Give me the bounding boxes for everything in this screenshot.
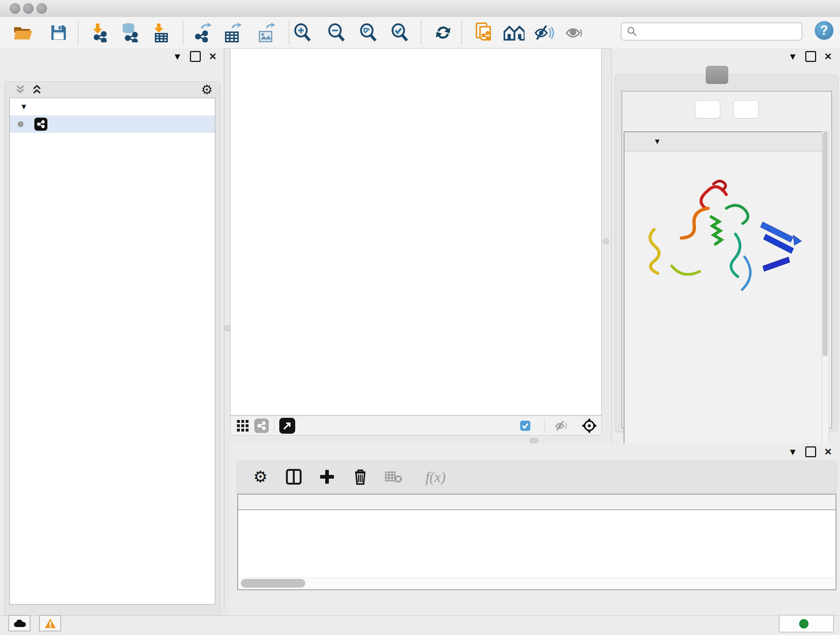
- import-network-file-icon[interactable]: [89, 22, 111, 43]
- save-session-icon[interactable]: [48, 22, 69, 43]
- close-window-button[interactable]: [10, 3, 20, 14]
- left-splitter-handle[interactable]: [224, 325, 231, 331]
- warning-status-button[interactable]: [39, 615, 61, 631]
- float-panel-icon[interactable]: ▼: [172, 52, 182, 61]
- show-columns-icon[interactable]: [284, 467, 303, 486]
- collapse-all-button[interactable]: [733, 100, 759, 119]
- cloud-status-button[interactable]: [8, 615, 30, 631]
- string-network-icon: [34, 118, 47, 131]
- collapse-all-icon[interactable]: [14, 84, 27, 95]
- network-canvas[interactable]: [230, 48, 602, 416]
- add-column-icon[interactable]: [317, 467, 336, 486]
- memory-status-dot: [799, 619, 808, 629]
- hidden-eye-icon[interactable]: [554, 420, 569, 432]
- zoom-in-icon[interactable]: [292, 22, 313, 43]
- bar-separator: [274, 419, 274, 432]
- network-icon-gray[interactable]: [254, 418, 269, 433]
- main-toolbar: ?: [0, 17, 840, 49]
- table-header-row: [238, 494, 836, 510]
- network-tree: ▼: [9, 98, 215, 605]
- open-session-icon[interactable]: [12, 22, 34, 43]
- zoom-fit-icon[interactable]: [357, 22, 379, 43]
- birdseye-view-icon[interactable]: [581, 417, 598, 434]
- protein-structure-image: [635, 157, 805, 302]
- expand-all-icon[interactable]: [31, 84, 43, 95]
- bar-separator: [545, 419, 545, 432]
- results-panel: ▼ ✕ ▼: [611, 48, 840, 443]
- show-all-networks-icon[interactable]: [503, 22, 525, 43]
- network-collection-row[interactable]: ▼: [10, 98, 215, 116]
- selected-checkbox-icon[interactable]: [520, 420, 531, 431]
- title-bar: [0, 0, 840, 17]
- string-results-container: ▼: [615, 74, 838, 432]
- close-panel-icon[interactable]: ✕: [824, 52, 832, 61]
- collection-expand-icon[interactable]: ▼: [20, 102, 28, 111]
- minimize-window-button[interactable]: [23, 3, 34, 14]
- warning-icon: [44, 618, 56, 629]
- table-panel: ▼ ✕ ⚙ f(x): [230, 443, 840, 616]
- import-table-file-icon[interactable]: [150, 22, 172, 43]
- right-splitter-handle[interactable]: [603, 238, 609, 244]
- maximize-panel-icon[interactable]: [805, 447, 816, 457]
- table-hscrollbar[interactable]: [239, 578, 835, 589]
- status-bar: [0, 616, 840, 635]
- tab-string[interactable]: [706, 66, 728, 84]
- cloud-icon: [13, 619, 26, 628]
- refresh-icon[interactable]: [432, 22, 454, 43]
- control-panel: ▼ ✕ ⚙ ▼: [0, 48, 224, 606]
- node-table: [237, 494, 836, 590]
- gene-section: ▼: [624, 131, 823, 444]
- gene-collapse-icon[interactable]: ▼: [653, 137, 661, 146]
- zoom-selected-icon[interactable]: [389, 22, 411, 43]
- export-network-icon[interactable]: [192, 22, 214, 43]
- toolbar-separator: [289, 21, 289, 44]
- search-box: [621, 22, 802, 41]
- detach-view-icon[interactable]: [279, 418, 295, 434]
- search-icon: [627, 26, 638, 37]
- import-network-database-icon[interactable]: [119, 22, 141, 43]
- copy-network-icon[interactable]: [473, 22, 495, 43]
- bottom-splitter-grip[interactable]: [530, 438, 538, 443]
- memory-button[interactable]: [779, 615, 834, 632]
- network-options-gear-icon[interactable]: ⚙: [201, 83, 213, 96]
- current-network-dot: [18, 121, 24, 127]
- zoom-window-button[interactable]: [36, 3, 47, 14]
- show-selected-icon[interactable]: [564, 22, 585, 43]
- grid-view-icon[interactable]: [236, 419, 249, 432]
- expand-all-button[interactable]: [695, 100, 720, 119]
- float-panel-icon[interactable]: ▼: [788, 52, 797, 61]
- function-builder-icon[interactable]: f(x): [417, 467, 454, 486]
- network-manager: ⚙ ▼: [4, 81, 220, 635]
- export-table-icon[interactable]: [222, 22, 244, 43]
- network-view-toolbar: [230, 416, 602, 435]
- toolbar-separator: [78, 21, 79, 44]
- delete-column-icon[interactable]: [351, 467, 370, 486]
- search-input[interactable]: [641, 26, 802, 38]
- export-image-icon[interactable]: [256, 22, 278, 43]
- float-panel-icon[interactable]: ▼: [788, 447, 797, 456]
- close-panel-icon[interactable]: ✕: [824, 447, 832, 456]
- results-scrollbar[interactable]: [822, 131, 829, 443]
- maximize-panel-icon[interactable]: [190, 51, 201, 62]
- delete-table-icon[interactable]: [384, 467, 403, 486]
- close-panel-icon[interactable]: ✕: [209, 52, 217, 61]
- help-button[interactable]: ?: [815, 21, 834, 40]
- table-options-gear-icon[interactable]: ⚙: [251, 467, 270, 486]
- toolbar-separator: [183, 21, 183, 44]
- hide-selected-icon[interactable]: [533, 22, 555, 43]
- table-toolbar: ⚙ f(x): [236, 461, 837, 493]
- zoom-out-icon[interactable]: [325, 22, 347, 43]
- maximize-panel-icon[interactable]: [805, 51, 816, 62]
- toolbar-separator: [421, 21, 422, 44]
- toolbar-separator: [461, 21, 462, 44]
- network-row[interactable]: [10, 116, 215, 133]
